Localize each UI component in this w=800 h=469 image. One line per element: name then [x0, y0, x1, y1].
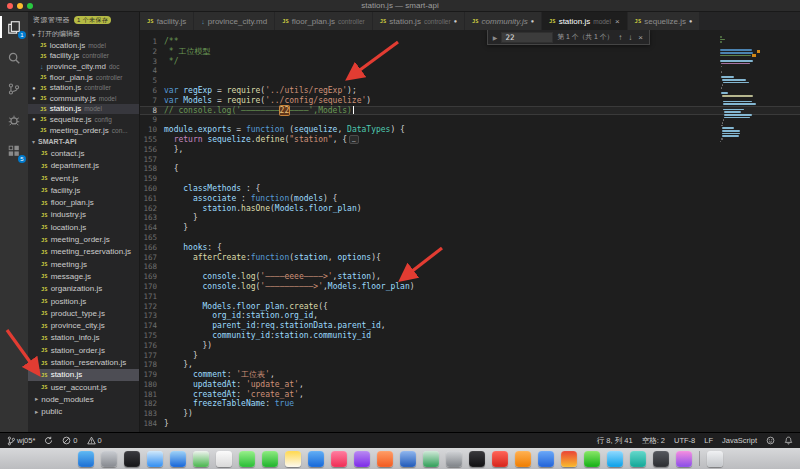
code-line[interactable]: 162 station.hasOne(Models.floor_plan) [140, 204, 800, 214]
tree-item[interactable]: JSstation_info.js [28, 332, 139, 344]
tree-item[interactable]: ▸node_modules [28, 393, 139, 405]
code-line[interactable]: 155 return sequelize.define("station", {… [140, 135, 800, 145]
code-line[interactable]: 165 [140, 233, 800, 243]
code-line[interactable]: 173 org_id:station.org_id, [140, 311, 800, 321]
code-line[interactable]: 169 console.log('————eeee————>',station)… [140, 272, 800, 282]
code-line[interactable]: 171 [140, 292, 800, 302]
tree-item[interactable]: JSproduct_type.js [28, 307, 139, 319]
editor-tab[interactable]: JSstation.jscontroller● [373, 12, 465, 30]
dock-icon-app-store[interactable] [308, 451, 324, 467]
tree-item[interactable]: JSposition.js [28, 295, 139, 307]
dock-icon-notes[interactable] [285, 451, 301, 467]
dock-icon-purple-app[interactable] [676, 451, 692, 467]
editor-tab[interactable]: JSsequelize.js● [628, 12, 701, 30]
editor-tab[interactable]: JSfloor_plan.jscontroller [275, 12, 373, 30]
editor-tab[interactable]: JSstation.jsmodel× [542, 12, 628, 30]
cursor-position[interactable]: 行 8, 列 41 [597, 436, 633, 446]
code-line[interactable]: 156 }, [140, 145, 800, 155]
editor-tab[interactable]: JScommunity.js● [465, 12, 542, 30]
project-root-header[interactable]: ▾ SMART-API [28, 135, 139, 147]
tree-item[interactable]: JSfacility.js [28, 184, 139, 196]
open-editor-item[interactable]: JSmeeting_order.jscon... [28, 125, 139, 136]
dock-icon-mail[interactable] [170, 451, 186, 467]
dock-icon-launchpad[interactable] [101, 451, 117, 467]
code-line[interactable]: 157 [140, 155, 800, 165]
source-control-activity-button[interactable] [0, 78, 28, 100]
tree-item[interactable]: JSmeeting.js [28, 258, 139, 270]
eol-status[interactable]: LF [704, 436, 713, 445]
find-next-button[interactable]: ↓ [627, 33, 633, 42]
dock-icon-dark-app[interactable] [653, 451, 669, 467]
code-line[interactable]: 160 classMethods : { [140, 184, 800, 194]
extensions-activity-button[interactable]: 5 [0, 140, 28, 162]
explorer-activity-button[interactable]: 1 [0, 16, 28, 38]
tree-item[interactable]: JSindustry.js [28, 209, 139, 221]
warning-status[interactable]: 0 [87, 436, 102, 445]
editor-tab[interactable]: ↓province_city.md [194, 12, 275, 30]
open-editor-item[interactable]: ●JScommunity.jsmodel [28, 93, 139, 104]
tree-item[interactable]: JSorganization.js [28, 283, 139, 295]
open-editor-item[interactable]: ●JSsequelize.jsconfig [28, 114, 139, 125]
language-mode[interactable]: JavaScript [722, 436, 757, 445]
git-branch-status[interactable]: wj05* [7, 436, 35, 446]
dock-icon-chrome[interactable] [561, 451, 577, 467]
code-line[interactable]: 182 freezeTableName: true [140, 399, 800, 409]
debug-activity-button[interactable] [0, 109, 28, 131]
dock-icon-system-preferences[interactable] [446, 451, 462, 467]
code-line[interactable]: 161 associate : function(models) { [140, 194, 800, 204]
dock-icon-books[interactable] [377, 451, 393, 467]
code-line[interactable]: 3 */ [140, 57, 800, 67]
tree-item[interactable]: JSuser_account.js [28, 381, 139, 393]
code-line[interactable]: 179 comment: '工位表', [140, 370, 800, 380]
dock-icon-orange-app[interactable] [515, 451, 531, 467]
indentation-status[interactable]: 空格: 2 [642, 436, 665, 446]
tree-item[interactable]: JSprovince_city.js [28, 320, 139, 332]
open-editor-item[interactable]: JSfacility.jscontroller [28, 51, 139, 62]
code-line[interactable]: 8// console.log('————————22————',Models) [140, 106, 800, 116]
find-close-button[interactable]: × [637, 33, 644, 42]
tree-item[interactable]: JSstation.js [28, 369, 139, 381]
dock-icon-music[interactable] [331, 451, 347, 467]
encoding-status[interactable]: UTF-8 [674, 436, 695, 445]
open-editor-item[interactable]: JSstation.jsmodel [28, 104, 139, 115]
dock-icon-safari[interactable] [147, 451, 163, 467]
tree-item[interactable]: JSdepartment.js [28, 160, 139, 172]
dock-icon-xcode[interactable] [400, 451, 416, 467]
code-line[interactable]: 7var Models = require('../config/sequeli… [140, 96, 800, 106]
tree-item[interactable]: JSlocation.js [28, 221, 139, 233]
dock-icon-teal-app[interactable] [630, 451, 646, 467]
code-line[interactable]: 178 }, [140, 360, 800, 370]
code-line[interactable]: 158 { [140, 164, 800, 174]
code-line[interactable]: 174 parent_id:req.stationData.parent_id, [140, 321, 800, 331]
code-line[interactable]: 168 [140, 262, 800, 272]
code-line[interactable]: 4 [140, 66, 800, 76]
dock-icon-siri[interactable] [124, 451, 140, 467]
code-line[interactable]: 175 community_id:station.community_id [140, 331, 800, 341]
tree-item[interactable]: JSstation_reservation.js [28, 356, 139, 368]
feedback-smiley-button[interactable] [766, 436, 775, 445]
tree-item[interactable]: JSevent.js [28, 172, 139, 184]
code-line[interactable]: 6var regExp = require('../utils/regExp')… [140, 86, 800, 96]
open-editor-item[interactable]: ●JSstation.jscontroller [28, 82, 139, 93]
find-previous-button[interactable]: ↑ [617, 33, 623, 42]
open-editor-item[interactable]: JSfloor_plan.jscontroller [28, 72, 139, 83]
editor-tab[interactable]: JSfacility.js [140, 12, 194, 30]
code-line[interactable]: 176 }) [140, 341, 800, 351]
code-line[interactable]: 166 hooks: { [140, 243, 800, 253]
close-icon[interactable]: × [615, 17, 620, 26]
dock-icon-finder[interactable] [78, 451, 94, 467]
code-line[interactable]: 167 afterCreate:function(station, option… [140, 253, 800, 263]
tree-item[interactable]: JSmeeting_reservation.js [28, 246, 139, 258]
close-window-button[interactable] [7, 3, 13, 9]
toggle-replace-icon[interactable]: ▶ [493, 34, 498, 41]
open-editor-item[interactable]: JSlocation.jsmodel [28, 40, 139, 51]
overview-ruler[interactable] [757, 30, 760, 432]
code-line[interactable]: 164 } [140, 223, 800, 233]
code-line[interactable]: 159 [140, 174, 800, 184]
notifications-bell-button[interactable] [784, 436, 793, 445]
dock-icon-messages[interactable] [239, 451, 255, 467]
search-activity-button[interactable] [0, 47, 28, 69]
code-line[interactable]: 10module.exports = function (sequelize, … [140, 125, 800, 135]
code-line[interactable]: 170 console.log('——————————>',Models.flo… [140, 282, 800, 292]
zoom-window-button[interactable] [27, 3, 33, 9]
